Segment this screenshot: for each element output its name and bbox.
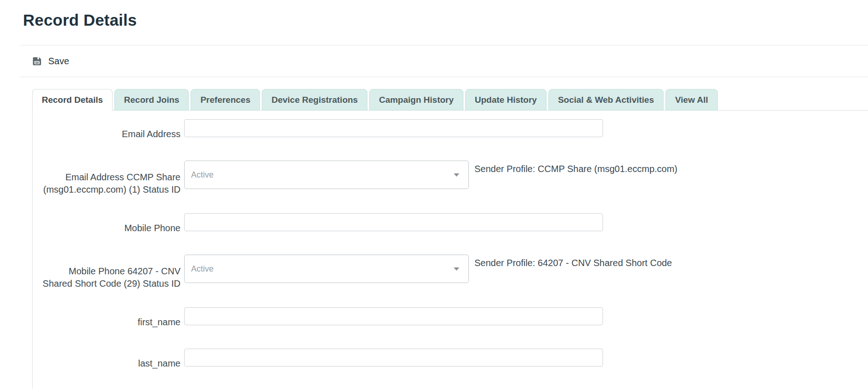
chevron-down-icon	[454, 267, 459, 271]
save-icon	[32, 56, 42, 67]
tab-device-registrations[interactable]: Device Registrations	[262, 89, 367, 111]
chevron-down-icon	[454, 173, 459, 177]
tab-label: View All	[675, 95, 708, 105]
email-address-label: Email Address	[33, 119, 184, 140]
tab-label: Social & Web Activities	[558, 95, 654, 105]
mobile-status-selected-value: Active	[191, 264, 214, 274]
first-name-input[interactable]	[184, 307, 603, 325]
tab-bar: Record Details Record Joins Preferences …	[32, 89, 868, 111]
last-name-input[interactable]	[184, 349, 603, 367]
tab-record-joins[interactable]: Record Joins	[114, 89, 189, 111]
email-status-selected-value: Active	[191, 170, 214, 180]
tab-campaign-history[interactable]: Campaign History	[369, 89, 463, 111]
mobile-status-label: Mobile Phone 64207 - CNV Shared Short Co…	[33, 255, 184, 290]
tab-record-details[interactable]: Record Details	[32, 89, 113, 111]
tab-view-all[interactable]: View All	[665, 89, 718, 111]
form-row-mobile-status: Mobile Phone 64207 - CNV Shared Short Co…	[33, 255, 868, 290]
mobile-status-select[interactable]: Active	[184, 255, 469, 283]
tab-update-history[interactable]: Update History	[465, 89, 547, 111]
tab-label: Record Details	[42, 95, 103, 105]
tab-label: Device Registrations	[271, 95, 358, 105]
email-status-select[interactable]: Active	[184, 161, 469, 189]
form-row-email-status: Email Address CCMP Share (msg01.eccmp.co…	[33, 161, 868, 196]
form-row-first-name: first_name	[33, 307, 868, 328]
save-button-label: Save	[48, 56, 69, 67]
tab-label: Campaign History	[379, 95, 454, 105]
toolbar: Save	[0, 45, 868, 77]
mobile-phone-label: Mobile Phone	[33, 213, 184, 234]
form-row-mobile-phone: Mobile Phone	[33, 213, 868, 234]
mobile-phone-input[interactable]	[184, 213, 603, 231]
email-status-label: Email Address CCMP Share (msg01.eccmp.co…	[33, 161, 184, 196]
first-name-label: first_name	[33, 307, 184, 328]
mobile-sender-profile-note: Sender Profile: 64207 - CNV Shared Short…	[474, 255, 672, 268]
tab-preferences[interactable]: Preferences	[191, 89, 260, 111]
form-row-last-name: last_name	[33, 349, 868, 370]
tab-label: Preferences	[200, 95, 250, 105]
tab-panel-record-details: Email Address Email Address CCMP Share (…	[32, 110, 868, 389]
divider	[20, 77, 868, 77]
page-title: Record Details	[23, 10, 868, 30]
form-row-email-address: Email Address	[33, 119, 868, 140]
tab-social-web-activities[interactable]: Social & Web Activities	[548, 89, 664, 111]
email-address-input[interactable]	[184, 119, 603, 137]
tab-label: Record Joins	[124, 95, 179, 105]
email-sender-profile-note: Sender Profile: CCMP Share (msg01.eccmp.…	[474, 161, 677, 174]
page-header: Record Details	[0, 0, 868, 30]
tab-label: Update History	[475, 95, 537, 105]
last-name-label: last_name	[33, 349, 184, 370]
save-button[interactable]: Save	[32, 56, 69, 67]
